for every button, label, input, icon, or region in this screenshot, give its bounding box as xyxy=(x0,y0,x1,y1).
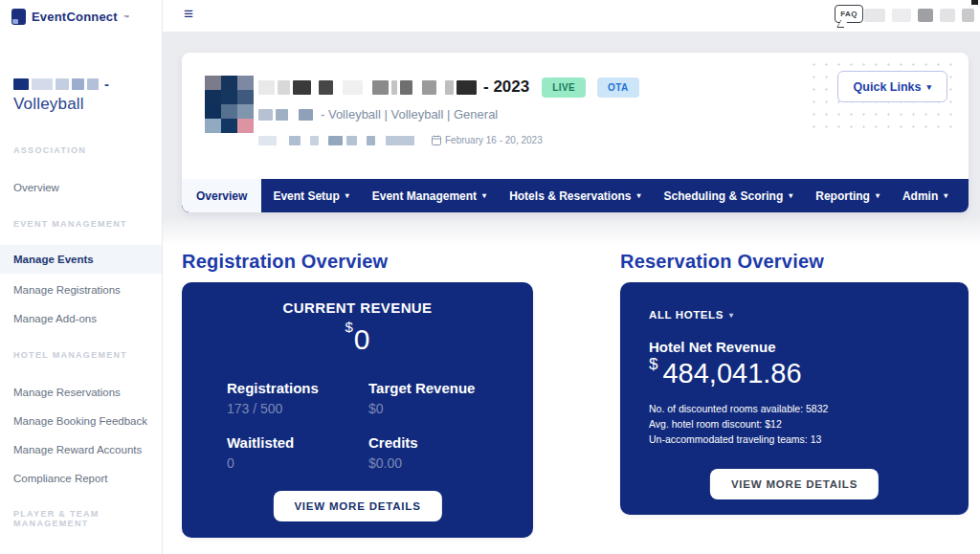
sidebar: EventConnect ™ - Volleyball ASSOCIATION … xyxy=(0,0,163,554)
stat-value: 0 xyxy=(227,455,368,471)
tab-label: Overview xyxy=(196,189,247,203)
registration-stats: Registrations 173 / 500 Target Revenue $… xyxy=(227,380,510,471)
event-title-row: - 2023 LIVE OTA xyxy=(258,77,639,98)
tab-label: Hotels & Reservations xyxy=(509,189,631,203)
chevron-down-icon: ▾ xyxy=(729,311,734,320)
info-unaccommodated-teams: Un-accommodated traveling teams: 13 xyxy=(649,432,828,447)
revenue-amount: 0 xyxy=(354,323,370,355)
event-tabbar: Overview Event Setup ▾ Event Management … xyxy=(182,179,969,212)
brand-logo[interactable]: EventConnect ™ xyxy=(11,9,129,25)
chevron-down-icon: ▾ xyxy=(876,191,880,200)
info-room-discount: Avg. hotel room discount: $12 xyxy=(649,416,828,432)
quick-links-button[interactable]: Quick Links ▾ xyxy=(837,71,947,102)
app-screen: EventConnect ™ - Volleyball ASSOCIATION … xyxy=(0,0,980,554)
tab-label: Event Management xyxy=(372,189,477,203)
current-revenue-label: CURRENT REVENUE xyxy=(182,299,533,316)
chevron-down-icon: ▾ xyxy=(345,191,349,200)
stat-credits: Credits $0.00 xyxy=(368,434,510,471)
sidebar-item-manage-reward-accounts[interactable]: Manage Reward Accounts xyxy=(13,444,142,455)
sidebar-item-manage-booking-feedback[interactable]: Manage Booking Feedback xyxy=(13,415,147,427)
brand-name: EventConnect xyxy=(32,10,118,24)
user-menu-redacted[interactable] xyxy=(864,9,974,22)
event-subtitle: - Volleyball | Volleyball | General xyxy=(321,107,498,122)
sidebar-section-hotel-management: HOTEL MANAGEMENT xyxy=(13,350,127,360)
stat-waitlisted: Waitlisted 0 xyxy=(227,434,368,471)
registration-overview-card: CURRENT REVENUE $0 Registrations 173 / 5… xyxy=(182,282,533,538)
current-revenue-value: $0 xyxy=(182,319,533,356)
event-header-card: - 2023 LIVE OTA - Volleyball | Volleybal… xyxy=(182,53,969,212)
stat-value: 173 / 500 xyxy=(227,401,368,416)
stat-target-revenue: Target Revenue $0 xyxy=(368,380,510,416)
event-subtitle-row: - Volleyball | Volleyball | General xyxy=(258,107,498,122)
quick-links-label: Quick Links xyxy=(854,80,922,94)
event-date-range: February 16 - 20, 2023 xyxy=(445,135,543,145)
reservation-view-more-button[interactable]: VIEW MORE DETAILS xyxy=(710,469,879,499)
hotel-net-revenue-label: Hotel Net Revenue xyxy=(649,339,776,355)
topbar: ≡ FAQ xyxy=(163,0,980,33)
currency-symbol: $ xyxy=(345,319,352,335)
trademark-symbol: ™ xyxy=(123,14,129,20)
all-hotels-dropdown[interactable]: ALL HOTELS ▾ xyxy=(649,309,734,321)
header-background-fade xyxy=(163,216,980,245)
sidebar-section-event-management: EVENT MANAGEMENT xyxy=(13,219,127,229)
reservation-info-lines: No. of discounted rooms available: 5832 … xyxy=(649,401,828,447)
tab-event-management[interactable]: Event Management ▾ xyxy=(361,179,498,212)
sidebar-item-manage-add-ons[interactable]: Manage Add-ons xyxy=(13,313,97,324)
status-badge-ota: OTA xyxy=(597,78,639,98)
eventconnect-logo-icon xyxy=(11,9,26,25)
faq-icon[interactable]: FAQ xyxy=(835,5,863,23)
chevron-down-icon: ▾ xyxy=(789,191,792,200)
chevron-down-icon: ▾ xyxy=(482,191,486,200)
chevron-down-icon: ▾ xyxy=(637,191,641,200)
main-content: - 2023 LIVE OTA - Volleyball | Volleybal… xyxy=(163,33,980,554)
sidebar-event-title: Volleyball xyxy=(13,95,84,114)
info-discounted-rooms: No. of discounted rooms available: 5832 xyxy=(649,401,828,416)
sidebar-item-manage-registrations[interactable]: Manage Registrations xyxy=(13,284,121,296)
event-title-year: - 2023 xyxy=(483,78,529,97)
tab-overview[interactable]: Overview xyxy=(182,179,261,212)
tab-label: Admin xyxy=(902,189,938,203)
chevron-down-icon: ▾ xyxy=(944,191,947,200)
stat-registrations: Registrations 173 / 500 xyxy=(227,380,368,416)
currency-symbol: $ xyxy=(649,355,657,373)
sidebar-item-compliance-report[interactable]: Compliance Report xyxy=(13,473,107,484)
sidebar-event-title-redacted: - xyxy=(13,76,109,92)
sidebar-item-overview[interactable]: Overview xyxy=(13,182,59,193)
registration-view-more-button[interactable]: VIEW MORE DETAILS xyxy=(273,491,441,521)
reservation-overview-title: Reservation Overview xyxy=(620,251,824,273)
status-badge-live: LIVE xyxy=(542,78,586,98)
sidebar-section-player-team-management: PLAYER & TEAM MANAGEMENT xyxy=(13,509,162,528)
tab-admin[interactable]: Admin ▾ xyxy=(891,179,959,212)
stat-label: Credits xyxy=(368,434,510,451)
sidebar-item-manage-events[interactable]: Manage Events xyxy=(0,245,162,274)
registration-overview-title: Registration Overview xyxy=(182,251,388,273)
event-logo-redacted xyxy=(205,76,254,133)
tab-hotels-reservations[interactable]: Hotels & Reservations ▾ xyxy=(498,179,652,212)
stat-label: Registrations xyxy=(227,380,368,396)
tab-label: Event Setup xyxy=(273,189,339,203)
all-hotels-label: ALL HOTELS xyxy=(649,309,724,321)
hotel-net-revenue-value: $484,041.86 xyxy=(649,355,802,389)
corner-redacted xyxy=(971,0,978,5)
stat-label: Waitlisted xyxy=(227,434,368,451)
stat-label: Target Revenue xyxy=(368,380,510,396)
stat-value: $0 xyxy=(368,401,510,416)
tab-label: Scheduling & Scoring xyxy=(664,189,784,203)
tab-reporting[interactable]: Reporting ▾ xyxy=(804,179,891,212)
tab-label: Reporting xyxy=(815,189,870,203)
sidebar-item-label: Manage Events xyxy=(13,254,94,265)
reservation-overview-card: ALL HOTELS ▾ Hotel Net Revenue $484,041.… xyxy=(620,282,969,515)
revenue-amount: 484,041.86 xyxy=(662,358,801,388)
tab-scheduling-scoring[interactable]: Scheduling & Scoring ▾ xyxy=(653,179,805,212)
sidebar-title-dash: - xyxy=(104,76,109,92)
tab-event-setup[interactable]: Event Setup ▾ xyxy=(261,179,360,212)
calendar-icon xyxy=(432,135,441,145)
stat-value: $0.00 xyxy=(368,455,510,471)
chevron-down-icon: ▾ xyxy=(926,82,931,92)
sidebar-section-association: ASSOCIATION xyxy=(13,145,86,155)
menu-icon[interactable]: ≡ xyxy=(184,5,193,24)
faq-label: FAQ xyxy=(840,10,857,18)
event-meta-row: February 16 - 20, 2023 xyxy=(258,135,543,145)
sidebar-item-manage-reservations[interactable]: Manage Reservations xyxy=(13,387,121,398)
